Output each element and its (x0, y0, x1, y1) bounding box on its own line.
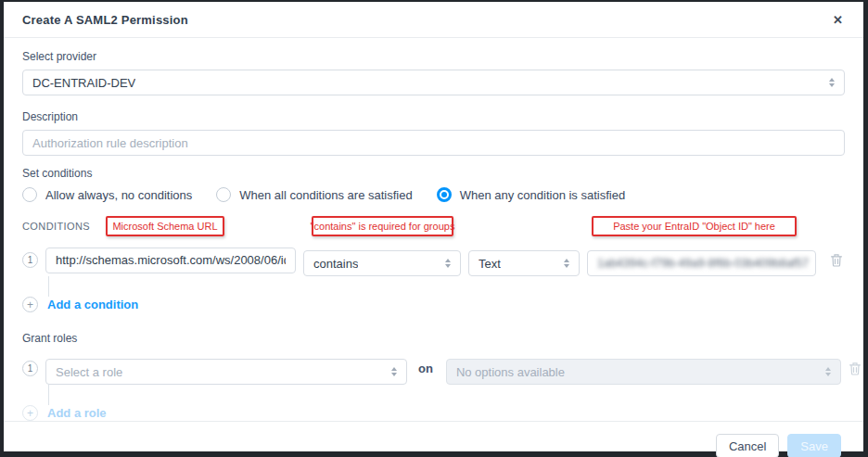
provider-select[interactable]: DC-ENTRAID-DEV (22, 70, 845, 95)
modal-body: Select provider DC-ENTRAID-DEV Descripti… (4, 38, 863, 421)
role-target-select-disabled: No options available (446, 359, 841, 385)
grant-role-row: 1 Select a role on No options available (22, 352, 845, 385)
value-type-select-value: Text (479, 257, 501, 271)
select-caret-icon (391, 367, 397, 376)
condition-index-badge: 1 (22, 252, 38, 268)
radio-all-conditions[interactable]: When all conditions are satisfied (216, 187, 412, 202)
provider-section: Select provider DC-ENTRAID-DEV (22, 50, 845, 95)
operator-select[interactable]: contains (303, 250, 461, 276)
condition-connector-line (48, 276, 845, 297)
select-caret-icon (445, 259, 451, 268)
conditions-header: CONDITIONS Microsoft Schema URL "contain… (22, 216, 845, 236)
delete-condition-trash-icon[interactable] (830, 253, 843, 267)
delete-role-trash-icon (849, 362, 862, 375)
condition-value-input[interactable]: 1ab4394c-f79b-49a9-8f6b-03b409b8af57 (587, 250, 816, 276)
radio-allow-always[interactable]: Allow always, no conditions (22, 187, 192, 202)
plus-icon[interactable]: + (22, 297, 38, 312)
add-condition-link[interactable]: Add a condition (47, 298, 138, 311)
provider-select-value: DC-ENTRAID-DEV (32, 76, 135, 90)
on-label: on (418, 362, 433, 375)
annotation-schema-url: Microsoft Schema URL (106, 216, 224, 236)
redacted-object-id-value: 1ab4394c-f79b-49a9-8f6b-03b409b8af57 (597, 257, 809, 270)
radio-icon[interactable] (216, 187, 231, 202)
select-caret-icon (829, 78, 835, 87)
annotation-contains-note: "contains" is required for groups (312, 216, 453, 236)
saml2-permission-modal: Create A SAML2 Permission ✕ Select provi… (0, 0, 868, 457)
operator-select-value: contains (313, 257, 358, 271)
claim-url-input[interactable] (45, 248, 296, 273)
radio-any-condition[interactable]: When any condition is satisfied (437, 187, 625, 202)
annotation-object-id-note: Paste your EntraID "Object ID" here (592, 216, 797, 236)
modal-header: Create A SAML2 Permission ✕ (4, 2, 863, 38)
select-caret-icon (825, 367, 831, 376)
role-connector-line (48, 385, 845, 405)
radio-any-condition-label: When any condition is satisfied (460, 188, 625, 202)
add-role-link: Add a role (47, 406, 107, 420)
add-condition-row[interactable]: + Add a condition (22, 297, 845, 312)
provider-label: Select provider (22, 50, 845, 63)
role-select[interactable]: Select a role (45, 359, 407, 385)
cancel-button[interactable]: Cancel (716, 434, 779, 457)
close-icon[interactable]: ✕ (831, 12, 845, 28)
condition-row: 1 contains Text 1ab4394c-f79b-49a9-8f6b-… (22, 244, 845, 276)
select-caret-icon (564, 259, 569, 268)
plus-icon: + (22, 405, 38, 421)
radio-icon[interactable] (22, 187, 37, 202)
role-select-placeholder: Select a role (56, 365, 122, 379)
radio-selected-icon[interactable] (437, 187, 452, 202)
set-conditions-label: Set conditions (22, 167, 845, 180)
role-target-placeholder: No options available (456, 365, 565, 379)
description-input[interactable] (22, 130, 845, 156)
modal-footer: Cancel Save (4, 421, 863, 457)
modal-title: Create A SAML2 Permission (22, 13, 188, 27)
description-label: Description (22, 110, 845, 123)
role-index-badge: 1 (22, 361, 38, 376)
conditions-section-label: CONDITIONS (22, 221, 90, 232)
add-role-row: + Add a role (22, 405, 845, 421)
save-button-disabled: Save (787, 434, 841, 457)
radio-allow-always-label: Allow always, no conditions (45, 188, 192, 202)
value-type-select[interactable]: Text (468, 250, 580, 276)
description-section: Description (22, 110, 845, 156)
set-conditions-section: Set conditions Allow always, no conditio… (22, 167, 845, 202)
grant-roles-label: Grant roles (22, 332, 845, 345)
radio-all-conditions-label: When all conditions are satisfied (239, 188, 412, 202)
conditions-mode-radio-group: Allow always, no conditions When all con… (22, 187, 845, 202)
